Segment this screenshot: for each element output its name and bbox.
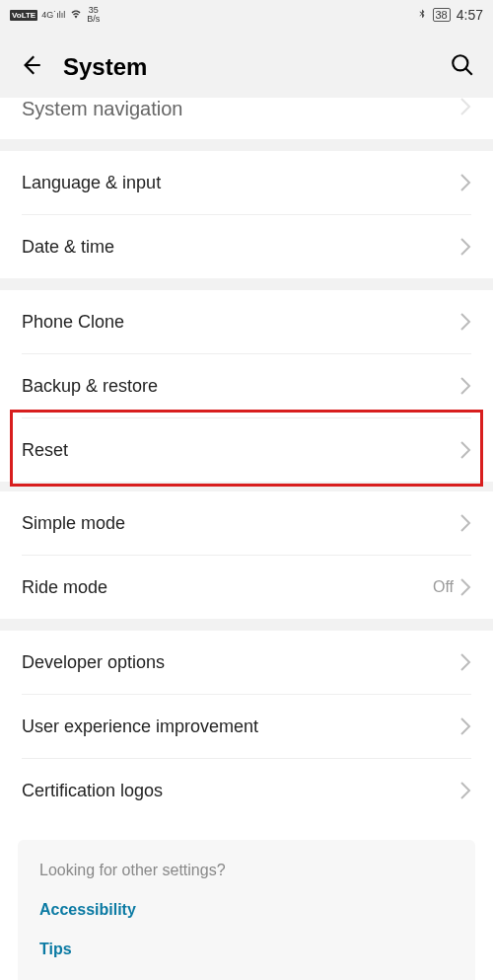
item-backup-restore[interactable]: Backup & restore — [0, 354, 493, 417]
chevron-right-icon — [459, 313, 471, 331]
chevron-right-icon — [459, 514, 471, 532]
status-bar: VoLTE 4G˙ılıl 35 B/s 38 4:57 — [0, 0, 493, 30]
item-reset[interactable]: Reset — [0, 418, 493, 482]
page-title: System — [63, 53, 430, 81]
item-ride-mode[interactable]: Ride mode Off — [0, 556, 493, 619]
clock: 4:57 — [457, 7, 483, 23]
item-user-experience[interactable]: User experience improvement — [0, 695, 493, 758]
chevron-right-icon — [459, 238, 471, 256]
bluetooth-icon — [417, 7, 427, 23]
wifi-icon — [69, 8, 83, 22]
footer-heading: Looking for other settings? — [39, 862, 454, 879]
svg-point-0 — [453, 55, 467, 70]
link-tips[interactable]: Tips — [39, 941, 454, 958]
battery-icon: 38 — [433, 8, 451, 22]
link-accessibility[interactable]: Accessibility — [39, 901, 454, 919]
volte-badge: VoLTE — [10, 10, 37, 21]
svg-line-1 — [465, 68, 472, 75]
item-developer-options[interactable]: Developer options — [0, 631, 493, 694]
net-speed: 35 B/s — [87, 6, 100, 24]
chevron-right-icon — [459, 441, 471, 459]
header: System — [0, 30, 493, 104]
item-simple-mode[interactable]: Simple mode — [0, 491, 493, 555]
search-icon[interactable] — [450, 52, 475, 82]
back-icon[interactable] — [18, 52, 43, 82]
item-system-navigation[interactable]: System navigation — [0, 98, 493, 139]
item-phone-clone[interactable]: Phone Clone — [0, 290, 493, 353]
chevron-right-icon — [459, 98, 471, 115]
footer-card: Looking for other settings? Accessibilit… — [18, 840, 475, 980]
ride-mode-value: Off — [433, 578, 454, 596]
item-certification-logos[interactable]: Certification logos — [0, 759, 493, 822]
chevron-right-icon — [459, 377, 471, 395]
chevron-right-icon — [459, 174, 471, 191]
network-icon: 4G˙ılıl — [41, 10, 65, 20]
item-language-input[interactable]: Language & input — [0, 151, 493, 214]
chevron-right-icon — [459, 782, 471, 799]
chevron-right-icon — [459, 653, 471, 671]
chevron-right-icon — [459, 717, 471, 735]
chevron-right-icon — [459, 578, 471, 596]
item-date-time[interactable]: Date & time — [0, 215, 493, 278]
